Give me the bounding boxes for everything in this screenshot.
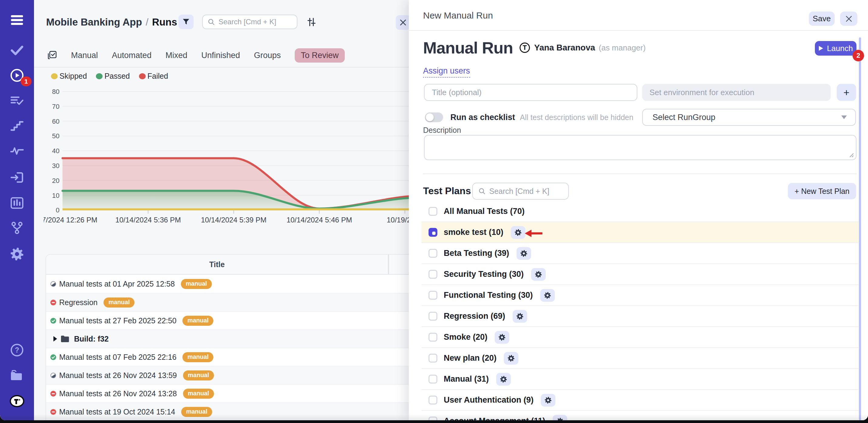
sidebar-item-folder[interactable] (10, 368, 24, 383)
test-plan-settings-button[interactable] (496, 373, 511, 386)
resize-handle[interactable] (848, 152, 854, 158)
test-plan-label: Regression (69) (444, 311, 505, 321)
checkbox[interactable] (429, 354, 437, 363)
breadcrumb-project[interactable]: Mobile Banking App (46, 17, 142, 28)
checkbox[interactable] (429, 249, 437, 258)
table-row[interactable]: Manual tests at 07 Feb 2025 22:16manual (46, 348, 421, 366)
tab-automated[interactable]: Automated (112, 51, 152, 60)
test-plan-row[interactable]: Account Management (11) (422, 411, 859, 420)
checkbox[interactable] (429, 270, 437, 279)
checkbox-checked[interactable] (429, 228, 437, 237)
drawer-scrollbar[interactable] (859, 37, 861, 420)
checkbox[interactable] (429, 333, 437, 342)
test-plan-settings-button[interactable] (495, 331, 509, 344)
checkbox[interactable] (429, 207, 437, 216)
test-plan-settings-button[interactable] (511, 226, 525, 239)
sidebar: ? (0, 0, 34, 420)
sidebar-item-enter[interactable] (10, 170, 24, 185)
filter-button[interactable] (179, 15, 194, 29)
run-title-input[interactable]: Title (optional) (424, 84, 637, 101)
checkbox[interactable] (429, 375, 437, 384)
select-runs-icon[interactable] (48, 51, 57, 60)
sidebar-item-list-check[interactable] (10, 93, 24, 108)
test-plan-settings-button[interactable] (531, 268, 546, 281)
test-plans-list: All Manual Tests (70)smoke test (10)Beta… (422, 201, 859, 420)
tab-mixed[interactable]: Mixed (165, 51, 187, 60)
sidebar-item-steps[interactable] (10, 119, 24, 134)
run-title[interactable]: Manual tests at 01 Apr 2025 12:58 (59, 280, 175, 288)
test-plan-row[interactable]: User Authentication (9) (422, 390, 859, 411)
sidebar-item-help[interactable]: ? (10, 343, 24, 357)
sidebar-item-activity[interactable] (10, 144, 24, 159)
assign-users-link[interactable]: Assign users (423, 66, 470, 78)
table-row[interactable]: Regressionmanual (46, 293, 421, 311)
test-plan-settings-button[interactable] (504, 352, 518, 365)
run-title[interactable]: Manual tests at 27 Feb 2025 22:50 (59, 316, 176, 325)
description-textarea[interactable] (424, 135, 857, 160)
caret-right-icon[interactable] (54, 336, 57, 342)
sidebar-item-gear[interactable] (10, 247, 24, 261)
test-plan-row[interactable]: smoke test (10) (422, 222, 859, 243)
test-plan-row[interactable]: Smoke (20) (422, 327, 859, 348)
sidebar-item-bar-chart[interactable] (10, 196, 24, 210)
search-placeholder: Search [Cmd + K] (219, 18, 276, 26)
checkbox[interactable] (429, 312, 437, 320)
sidebar-item-menu[interactable] (10, 13, 24, 27)
test-plan-row[interactable]: Beta Testing (39) (422, 243, 859, 264)
test-plan-settings-button[interactable] (553, 415, 567, 421)
tab-manual[interactable]: Manual (71, 51, 98, 60)
search-input[interactable]: Search [Cmd + K] (202, 15, 298, 29)
test-plans-search-input[interactable]: Search [Cmd + K] (472, 182, 569, 200)
checkbox[interactable] (429, 291, 437, 300)
sidebar-item-check[interactable] (10, 43, 24, 57)
test-plan-settings-button[interactable] (513, 310, 527, 323)
tabs-divider (34, 67, 413, 67)
section-divider (423, 173, 857, 174)
sidebar-item-git-branch[interactable] (10, 221, 24, 235)
test-plan-row[interactable]: Manual (31) (422, 369, 859, 390)
save-button[interactable]: Save (809, 11, 835, 26)
add-environment-button[interactable]: + (837, 84, 856, 101)
test-plan-row[interactable]: Security Testing (30) (422, 264, 859, 285)
run-title[interactable]: Regression (59, 298, 97, 307)
left-panel-close-button[interactable] (396, 15, 410, 30)
run-title[interactable]: Manual tests at 07 Feb 2025 22:16 (59, 353, 176, 362)
test-plan-settings-button[interactable] (540, 289, 555, 302)
new-test-plan-button[interactable]: + New Test Plan (788, 183, 856, 199)
gear-icon (520, 250, 527, 257)
rungroup-select[interactable]: Select RunGroup (642, 109, 856, 126)
test-plan-row[interactable]: New plan (20) (422, 348, 859, 369)
legend-item-failed: Failed (139, 72, 168, 81)
table-row-folder[interactable]: Build: f32 (46, 330, 421, 348)
checkbox[interactable] (429, 417, 437, 420)
run-as-checklist-toggle[interactable] (425, 112, 443, 122)
drawer-close-button[interactable] (840, 11, 857, 26)
tab-to-review[interactable]: To Review (295, 48, 345, 63)
test-plan-row[interactable]: All Manual Tests (70) (422, 201, 859, 222)
gear-icon (498, 334, 506, 341)
run-title[interactable]: Manual tests at 19 Oct 2024 15:14 (59, 407, 175, 416)
tab-unfinished[interactable]: Unfinished (201, 51, 240, 60)
table-row[interactable]: Manual tests at 27 Feb 2025 22:50manual (46, 311, 421, 330)
run-title[interactable]: Manual tests at 26 Nov 2024 13:28 (59, 389, 177, 398)
table-row[interactable]: Manual tests at 26 Nov 2024 13:28manual (46, 384, 421, 402)
tab-groups[interactable]: Groups (254, 51, 281, 60)
toggle-caption: All test descriptions will be hidden (520, 113, 633, 122)
sidebar-item-app-logo[interactable] (10, 394, 24, 408)
filter-settings-button[interactable] (306, 17, 317, 27)
gear-icon (544, 292, 551, 299)
test-plan-row[interactable]: Regression (69) (422, 306, 859, 327)
checkbox[interactable] (429, 396, 437, 404)
table-row[interactable]: Manual tests at 26 Nov 2024 13:59manual (46, 366, 421, 384)
test-plan-label: Manual (31) (444, 374, 489, 384)
table-row[interactable]: Manual tests at 01 Apr 2025 12:58manual (46, 275, 421, 293)
run-title[interactable]: Manual tests at 26 Nov 2024 13:59 (59, 371, 177, 380)
table-row[interactable]: Manual tests at 19 Oct 2024 15:14manual (46, 402, 421, 420)
svg-text:40: 40 (52, 147, 60, 155)
test-plan-row[interactable]: Functional Testing (30) (422, 285, 859, 306)
test-plan-settings-button[interactable] (541, 394, 555, 406)
launch-button[interactable]: Launch (815, 41, 857, 56)
environment-input[interactable]: Set environment for execution (642, 84, 831, 101)
test-plan-settings-button[interactable] (517, 247, 531, 260)
run-type-badge: manual (182, 352, 213, 362)
